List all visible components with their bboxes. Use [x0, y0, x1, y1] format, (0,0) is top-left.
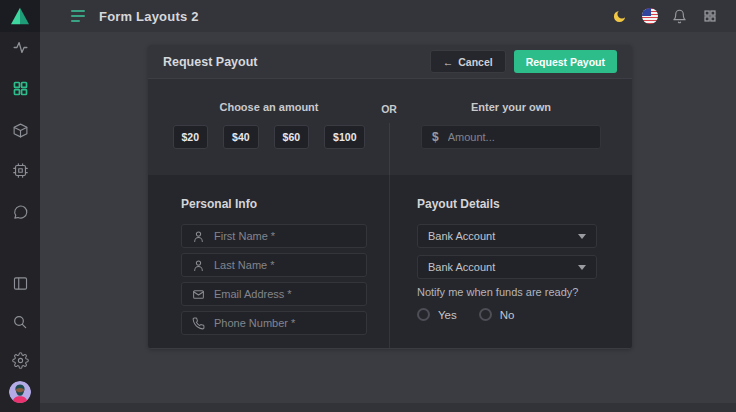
last-name-input[interactable] [214, 259, 356, 271]
user-avatar[interactable] [9, 381, 31, 403]
sidebar-item-chat[interactable] [11, 203, 29, 221]
phone-input[interactable] [214, 317, 356, 329]
chevron-down-icon [578, 265, 586, 270]
radio-circle-icon [417, 308, 430, 321]
apps-menu-button[interactable] [701, 8, 718, 25]
app-logo[interactable] [0, 0, 40, 32]
email-input[interactable] [214, 288, 356, 300]
search-icon [12, 314, 28, 330]
sidebar [0, 0, 40, 412]
payout-details-column: Payout Details Bank Account Bank Account… [390, 175, 632, 348]
cancel-button[interactable]: ← Cancel [430, 50, 506, 73]
triangle-logo-icon [10, 7, 30, 25]
amount-button-100[interactable]: $100 [324, 125, 365, 149]
sidebar-toggle-button[interactable] [71, 10, 87, 22]
request-payout-button-label: Request Payout [526, 56, 605, 68]
notify-radio-group: Yes No [417, 308, 632, 321]
menu-icon [71, 10, 85, 12]
enter-own-label: Enter your own [471, 101, 551, 113]
topbar: Form Layouts 2 [40, 0, 736, 32]
cube-icon [12, 122, 29, 139]
card-body: OR Choose an amount $20 $40 $60 $100 Ent… [148, 79, 632, 348]
custom-amount-wrap: $ [421, 125, 601, 149]
amount-section: Choose an amount $20 $40 $60 $100 Enter … [148, 79, 632, 174]
sidebar-item-activity[interactable] [11, 38, 29, 56]
payout-method-select-2[interactable]: Bank Account [417, 255, 597, 279]
choose-amount-label: Choose an amount [219, 101, 318, 113]
radio-no[interactable]: No [479, 308, 515, 321]
last-name-field [181, 253, 367, 277]
dollar-icon: $ [432, 130, 439, 144]
sidebar-item-layout[interactable] [11, 274, 29, 292]
custom-amount-field: $ [421, 125, 601, 149]
or-label: OR [381, 103, 397, 115]
us-flag-icon [642, 8, 658, 24]
amount-button-40[interactable]: $40 [223, 125, 259, 149]
cancel-button-label: Cancel [458, 56, 492, 68]
card-header: Request Payout ← Cancel Request Payout [148, 45, 632, 79]
phone-field [181, 311, 367, 335]
activity-icon [12, 39, 29, 56]
footer-strip [40, 403, 736, 412]
first-name-input[interactable] [214, 230, 356, 242]
personal-info-column: Personal Info [148, 175, 390, 348]
card-header-actions: ← Cancel Request Payout [430, 50, 617, 73]
moon-icon [612, 9, 627, 24]
apps-grid-icon [703, 9, 717, 23]
first-name-field [181, 224, 367, 248]
personal-info-title: Personal Info [181, 197, 390, 211]
theme-toggle[interactable] [611, 8, 628, 25]
person-icon [192, 230, 205, 243]
amount-button-60[interactable]: $60 [274, 125, 310, 149]
payout-method-select-1[interactable]: Bank Account [417, 224, 597, 248]
phone-icon [192, 317, 205, 330]
amount-options: $20 $40 $60 $100 [173, 125, 366, 149]
bell-icon [672, 9, 687, 24]
radio-no-label: No [500, 309, 515, 321]
radio-yes-label: Yes [438, 309, 457, 321]
mail-icon [192, 288, 205, 301]
email-field [181, 282, 367, 306]
chevron-down-icon [578, 234, 586, 239]
layout-icon [12, 275, 29, 292]
amount-button-20[interactable]: $20 [173, 125, 209, 149]
card-title: Request Payout [163, 55, 257, 69]
request-payout-card: Request Payout ← Cancel Request Payout O… [148, 45, 632, 349]
cpu-icon [12, 162, 29, 179]
language-selector[interactable] [641, 8, 658, 25]
vertical-divider [389, 123, 390, 348]
page-title: Form Layouts 2 [99, 9, 199, 24]
back-arrow-icon: ← [443, 56, 454, 68]
enter-own-column: Enter your own $ [390, 79, 632, 174]
select-value: Bank Account [428, 230, 495, 242]
choose-amount-column: Choose an amount $20 $40 $60 $100 [148, 79, 390, 174]
chat-icon [12, 204, 29, 221]
radio-yes[interactable]: Yes [417, 308, 457, 321]
person-icon [192, 259, 205, 272]
settings-gear-icon [12, 352, 29, 369]
avatar-image [9, 381, 31, 403]
request-payout-button[interactable]: Request Payout [514, 50, 617, 73]
sidebar-item-extra-components[interactable] [11, 161, 29, 179]
topbar-actions [611, 8, 718, 25]
custom-amount-input[interactable] [448, 131, 590, 143]
dashboard-grid-icon [12, 80, 29, 97]
select-value: Bank Account [428, 261, 495, 273]
sidebar-item-dashboard-active[interactable] [11, 79, 29, 97]
radio-circle-icon [479, 308, 492, 321]
sidebar-item-settings[interactable] [11, 351, 29, 369]
forms-section: Personal Info [148, 174, 632, 348]
sidebar-item-ecommerce[interactable] [11, 121, 29, 139]
notifications-button[interactable] [671, 8, 688, 25]
sidebar-item-search[interactable] [11, 313, 29, 331]
notify-question: Notify me when funds are ready? [417, 286, 632, 298]
payout-details-title: Payout Details [417, 197, 632, 211]
